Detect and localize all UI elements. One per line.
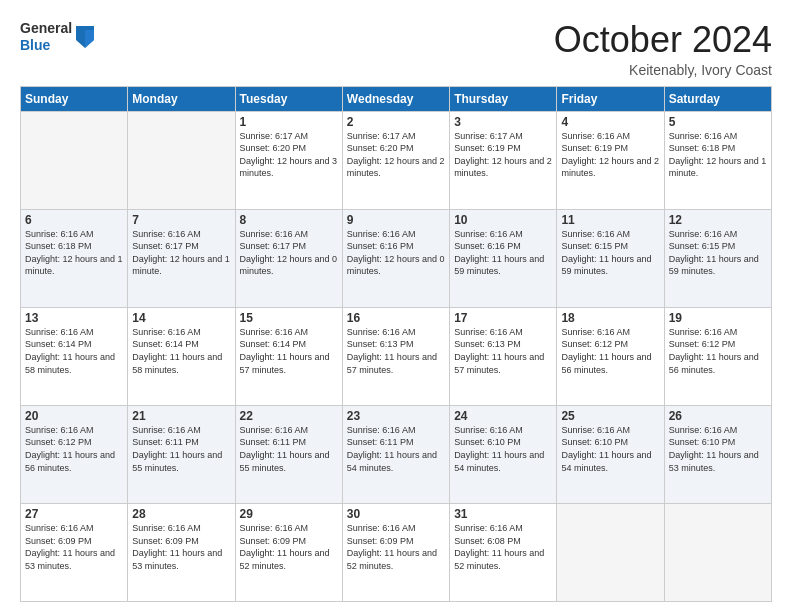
calendar-cell: 15Sunrise: 6:16 AM Sunset: 6:14 PM Dayli… bbox=[235, 307, 342, 405]
day-number: 15 bbox=[240, 311, 338, 325]
day-info: Sunrise: 6:16 AM Sunset: 6:12 PM Dayligh… bbox=[561, 326, 659, 376]
day-number: 4 bbox=[561, 115, 659, 129]
day-info: Sunrise: 6:16 AM Sunset: 6:09 PM Dayligh… bbox=[25, 522, 123, 572]
day-info: Sunrise: 6:16 AM Sunset: 6:13 PM Dayligh… bbox=[454, 326, 552, 376]
day-info: Sunrise: 6:17 AM Sunset: 6:20 PM Dayligh… bbox=[240, 130, 338, 180]
calendar-cell: 14Sunrise: 6:16 AM Sunset: 6:14 PM Dayli… bbox=[128, 307, 235, 405]
day-info: Sunrise: 6:16 AM Sunset: 6:09 PM Dayligh… bbox=[132, 522, 230, 572]
day-info: Sunrise: 6:16 AM Sunset: 6:18 PM Dayligh… bbox=[669, 130, 767, 180]
calendar-cell: 19Sunrise: 6:16 AM Sunset: 6:12 PM Dayli… bbox=[664, 307, 771, 405]
day-number: 30 bbox=[347, 507, 445, 521]
day-info: Sunrise: 6:16 AM Sunset: 6:10 PM Dayligh… bbox=[669, 424, 767, 474]
day-number: 20 bbox=[25, 409, 123, 423]
day-info: Sunrise: 6:16 AM Sunset: 6:12 PM Dayligh… bbox=[25, 424, 123, 474]
day-number: 2 bbox=[347, 115, 445, 129]
day-info: Sunrise: 6:16 AM Sunset: 6:14 PM Dayligh… bbox=[25, 326, 123, 376]
logo-icon bbox=[76, 26, 94, 48]
day-info: Sunrise: 6:16 AM Sunset: 6:11 PM Dayligh… bbox=[240, 424, 338, 474]
calendar-cell: 16Sunrise: 6:16 AM Sunset: 6:13 PM Dayli… bbox=[342, 307, 449, 405]
logo: General Blue bbox=[20, 20, 94, 54]
day-info: Sunrise: 6:17 AM Sunset: 6:20 PM Dayligh… bbox=[347, 130, 445, 180]
calendar-week-row: 6Sunrise: 6:16 AM Sunset: 6:18 PM Daylig… bbox=[21, 209, 772, 307]
svg-marker-1 bbox=[85, 30, 94, 48]
month-title: October 2024 bbox=[554, 20, 772, 60]
logo-text: General Blue bbox=[20, 20, 72, 54]
calendar-cell: 11Sunrise: 6:16 AM Sunset: 6:15 PM Dayli… bbox=[557, 209, 664, 307]
day-number: 18 bbox=[561, 311, 659, 325]
calendar-cell: 29Sunrise: 6:16 AM Sunset: 6:09 PM Dayli… bbox=[235, 503, 342, 601]
calendar-cell: 18Sunrise: 6:16 AM Sunset: 6:12 PM Dayli… bbox=[557, 307, 664, 405]
calendar-cell: 27Sunrise: 6:16 AM Sunset: 6:09 PM Dayli… bbox=[21, 503, 128, 601]
calendar-cell: 9Sunrise: 6:16 AM Sunset: 6:16 PM Daylig… bbox=[342, 209, 449, 307]
day-number: 6 bbox=[25, 213, 123, 227]
day-info: Sunrise: 6:16 AM Sunset: 6:16 PM Dayligh… bbox=[454, 228, 552, 278]
day-info: Sunrise: 6:16 AM Sunset: 6:19 PM Dayligh… bbox=[561, 130, 659, 180]
calendar-cell: 2Sunrise: 6:17 AM Sunset: 6:20 PM Daylig… bbox=[342, 111, 449, 209]
day-info: Sunrise: 6:16 AM Sunset: 6:10 PM Dayligh… bbox=[454, 424, 552, 474]
day-info: Sunrise: 6:16 AM Sunset: 6:13 PM Dayligh… bbox=[347, 326, 445, 376]
day-header-tuesday: Tuesday bbox=[235, 86, 342, 111]
day-number: 7 bbox=[132, 213, 230, 227]
calendar-week-row: 27Sunrise: 6:16 AM Sunset: 6:09 PM Dayli… bbox=[21, 503, 772, 601]
day-number: 31 bbox=[454, 507, 552, 521]
day-number: 25 bbox=[561, 409, 659, 423]
day-number: 16 bbox=[347, 311, 445, 325]
day-number: 12 bbox=[669, 213, 767, 227]
calendar-cell: 13Sunrise: 6:16 AM Sunset: 6:14 PM Dayli… bbox=[21, 307, 128, 405]
calendar-cell: 3Sunrise: 6:17 AM Sunset: 6:19 PM Daylig… bbox=[450, 111, 557, 209]
day-info: Sunrise: 6:16 AM Sunset: 6:10 PM Dayligh… bbox=[561, 424, 659, 474]
calendar-cell: 10Sunrise: 6:16 AM Sunset: 6:16 PM Dayli… bbox=[450, 209, 557, 307]
calendar-header-row: SundayMondayTuesdayWednesdayThursdayFrid… bbox=[21, 86, 772, 111]
day-info: Sunrise: 6:16 AM Sunset: 6:14 PM Dayligh… bbox=[240, 326, 338, 376]
calendar-cell: 24Sunrise: 6:16 AM Sunset: 6:10 PM Dayli… bbox=[450, 405, 557, 503]
day-header-saturday: Saturday bbox=[664, 86, 771, 111]
calendar-cell: 20Sunrise: 6:16 AM Sunset: 6:12 PM Dayli… bbox=[21, 405, 128, 503]
day-info: Sunrise: 6:17 AM Sunset: 6:19 PM Dayligh… bbox=[454, 130, 552, 180]
day-info: Sunrise: 6:16 AM Sunset: 6:12 PM Dayligh… bbox=[669, 326, 767, 376]
calendar-week-row: 13Sunrise: 6:16 AM Sunset: 6:14 PM Dayli… bbox=[21, 307, 772, 405]
day-number: 3 bbox=[454, 115, 552, 129]
calendar-week-row: 1Sunrise: 6:17 AM Sunset: 6:20 PM Daylig… bbox=[21, 111, 772, 209]
day-info: Sunrise: 6:16 AM Sunset: 6:09 PM Dayligh… bbox=[240, 522, 338, 572]
day-number: 13 bbox=[25, 311, 123, 325]
day-info: Sunrise: 6:16 AM Sunset: 6:11 PM Dayligh… bbox=[347, 424, 445, 474]
calendar-cell: 23Sunrise: 6:16 AM Sunset: 6:11 PM Dayli… bbox=[342, 405, 449, 503]
day-header-friday: Friday bbox=[557, 86, 664, 111]
day-header-sunday: Sunday bbox=[21, 86, 128, 111]
day-number: 9 bbox=[347, 213, 445, 227]
calendar-cell: 4Sunrise: 6:16 AM Sunset: 6:19 PM Daylig… bbox=[557, 111, 664, 209]
day-number: 22 bbox=[240, 409, 338, 423]
day-info: Sunrise: 6:16 AM Sunset: 6:17 PM Dayligh… bbox=[132, 228, 230, 278]
calendar-cell: 31Sunrise: 6:16 AM Sunset: 6:08 PM Dayli… bbox=[450, 503, 557, 601]
calendar-cell: 30Sunrise: 6:16 AM Sunset: 6:09 PM Dayli… bbox=[342, 503, 449, 601]
day-number: 11 bbox=[561, 213, 659, 227]
day-info: Sunrise: 6:16 AM Sunset: 6:15 PM Dayligh… bbox=[669, 228, 767, 278]
calendar-cell bbox=[557, 503, 664, 601]
day-info: Sunrise: 6:16 AM Sunset: 6:15 PM Dayligh… bbox=[561, 228, 659, 278]
day-number: 23 bbox=[347, 409, 445, 423]
calendar-cell: 5Sunrise: 6:16 AM Sunset: 6:18 PM Daylig… bbox=[664, 111, 771, 209]
day-info: Sunrise: 6:16 AM Sunset: 6:08 PM Dayligh… bbox=[454, 522, 552, 572]
calendar-cell bbox=[128, 111, 235, 209]
day-number: 19 bbox=[669, 311, 767, 325]
day-info: Sunrise: 6:16 AM Sunset: 6:18 PM Dayligh… bbox=[25, 228, 123, 278]
calendar-cell: 12Sunrise: 6:16 AM Sunset: 6:15 PM Dayli… bbox=[664, 209, 771, 307]
day-number: 8 bbox=[240, 213, 338, 227]
day-header-wednesday: Wednesday bbox=[342, 86, 449, 111]
day-number: 17 bbox=[454, 311, 552, 325]
calendar-cell: 6Sunrise: 6:16 AM Sunset: 6:18 PM Daylig… bbox=[21, 209, 128, 307]
calendar-cell: 25Sunrise: 6:16 AM Sunset: 6:10 PM Dayli… bbox=[557, 405, 664, 503]
calendar-cell: 17Sunrise: 6:16 AM Sunset: 6:13 PM Dayli… bbox=[450, 307, 557, 405]
calendar-cell: 1Sunrise: 6:17 AM Sunset: 6:20 PM Daylig… bbox=[235, 111, 342, 209]
calendar-cell: 8Sunrise: 6:16 AM Sunset: 6:17 PM Daylig… bbox=[235, 209, 342, 307]
day-number: 28 bbox=[132, 507, 230, 521]
day-number: 21 bbox=[132, 409, 230, 423]
calendar-cell: 28Sunrise: 6:16 AM Sunset: 6:09 PM Dayli… bbox=[128, 503, 235, 601]
title-block: October 2024 Keitenably, Ivory Coast bbox=[554, 20, 772, 78]
day-number: 27 bbox=[25, 507, 123, 521]
calendar-cell: 21Sunrise: 6:16 AM Sunset: 6:11 PM Dayli… bbox=[128, 405, 235, 503]
calendar: SundayMondayTuesdayWednesdayThursdayFrid… bbox=[20, 86, 772, 602]
day-info: Sunrise: 6:16 AM Sunset: 6:11 PM Dayligh… bbox=[132, 424, 230, 474]
day-number: 1 bbox=[240, 115, 338, 129]
calendar-cell: 7Sunrise: 6:16 AM Sunset: 6:17 PM Daylig… bbox=[128, 209, 235, 307]
